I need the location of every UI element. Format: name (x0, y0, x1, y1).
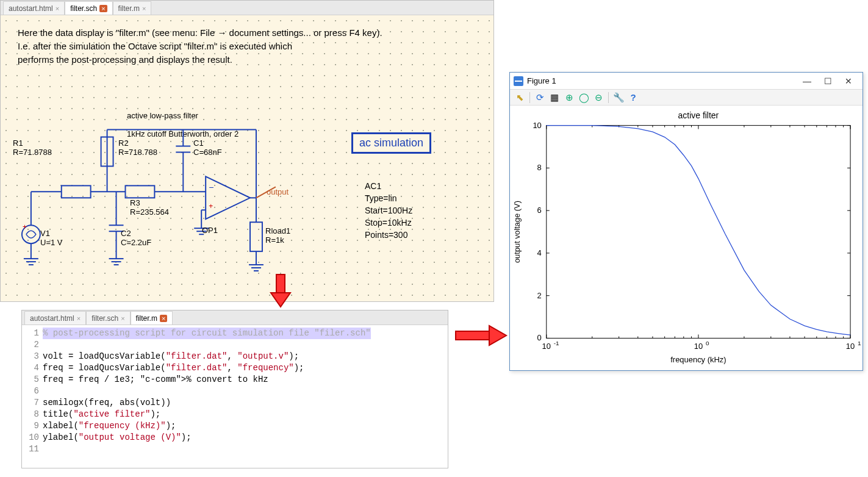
label-C1: C1C=68nF (193, 138, 222, 157)
ac-params: AC1 Type=lin Start=100Hz Stop=10kHz Poin… (365, 180, 412, 241)
tabstrip-bottom: autostart.html×filter.sch×filter.m× (22, 310, 448, 325)
svg-text:10: 10 (694, 342, 703, 351)
svg-text:8: 8 (537, 163, 542, 172)
tab-close-icon[interactable]: × (77, 315, 81, 322)
svg-text:output voltage (V): output voltage (V) (512, 201, 522, 263)
tab-filter-m[interactable]: filter.m× (113, 1, 152, 15)
figure-toolbar: ⬉ ⟳ ▦ ⊕ ◯ ⊖ 🔧 ? (510, 90, 863, 106)
code-line[interactable]: 7semilogx(freq, abs(volt)) (22, 397, 448, 409)
svg-text:+: + (209, 202, 213, 210)
tool-settings-icon[interactable]: 🔧 (612, 91, 625, 104)
label-OP1: OP1 (202, 226, 218, 235)
label-C2: C2C=2.2uF (121, 229, 151, 247)
code-line[interactable]: 1% post-processing script for circuit si… (22, 328, 448, 339)
figure-window: Figure 1 — ☐ ✕ ⬉ ⟳ ▦ ⊕ ◯ ⊖ 🔧 ? 024681010… (509, 72, 863, 371)
svg-text:2: 2 (537, 291, 542, 300)
tool-grid-icon[interactable]: ▦ (548, 91, 561, 104)
code-line[interactable]: 3volt = loadQucsVariable("filter.dat", "… (22, 351, 448, 362)
label-V1: V1U=1 V (40, 229, 63, 247)
figure-title-text: Figure 1 (527, 76, 556, 85)
code-line[interactable]: 11 (22, 443, 448, 455)
label-R1: R1R=71.8788 (13, 138, 52, 157)
figure-app-icon (514, 76, 523, 86)
svg-text:+: + (23, 223, 27, 231)
tab-close-icon[interactable]: × (99, 5, 107, 12)
tab-autostart-html[interactable]: autostart.html× (24, 311, 86, 325)
label-R2: R2R=718.788 (118, 138, 157, 157)
svg-rect-46 (547, 126, 850, 339)
tab-filter-m[interactable]: filter.m× (131, 311, 173, 325)
code-line[interactable]: 2 (22, 339, 448, 351)
label-Rload1: Rload1R=1k (265, 226, 290, 245)
tool-pointer-icon[interactable]: ⬉ (514, 91, 526, 104)
tab-autostart-html[interactable]: autostart.html× (3, 1, 65, 15)
schematic-canvas[interactable]: Here the data display is "filter.m" (see… (1, 15, 493, 301)
code-line[interactable]: 4freq = loadQucsVariable("filter.dat", "… (22, 362, 448, 374)
code-line[interactable]: 10ylabel("output voltage (V)"); (22, 432, 448, 443)
svg-rect-12 (125, 185, 154, 198)
svg-text:10: 10 (846, 342, 855, 351)
close-button[interactable]: ✕ (838, 74, 859, 88)
svg-text:−: − (209, 182, 213, 192)
tool-refresh-icon[interactable]: ⟳ (534, 91, 546, 104)
svg-text:active filter: active filter (678, 110, 719, 120)
svg-text:-1: -1 (554, 340, 559, 346)
ac-simulation-box[interactable]: ac simulation (351, 132, 431, 154)
tool-zoom-out-icon[interactable]: ⊖ (592, 91, 604, 104)
svg-text:10: 10 (542, 342, 551, 351)
tool-help-icon[interactable]: ? (627, 91, 639, 104)
arrow-right-icon (454, 323, 509, 350)
svg-rect-42 (276, 274, 285, 293)
tool-zoom-icon[interactable]: ◯ (578, 91, 590, 104)
maximize-button[interactable]: ☐ (817, 74, 838, 88)
svg-text:0: 0 (706, 340, 709, 346)
svg-text:frequency (kHz): frequency (kHz) (670, 355, 726, 364)
tab-close-icon[interactable]: × (121, 315, 124, 322)
svg-marker-45 (489, 326, 506, 345)
svg-text:1: 1 (858, 340, 861, 346)
svg-text:0: 0 (537, 333, 542, 342)
code-editor-panel: autostart.html×filter.sch×filter.m× 1% p… (21, 310, 448, 468)
code-line[interactable]: 9xlabel("frequency (kHz)"); (22, 420, 448, 432)
code-line[interactable]: 5freq = freq / 1e3; "c-comm">% convert t… (22, 374, 448, 386)
svg-rect-7 (62, 185, 91, 198)
tab-close-icon[interactable]: × (160, 315, 167, 322)
tab-filter-sch[interactable]: filter.sch× (65, 1, 112, 15)
figure-titlebar[interactable]: Figure 1 — ☐ ✕ (510, 73, 863, 90)
tab-filter-sch[interactable]: filter.sch× (86, 311, 130, 325)
label-R3: R3R=235.564 (130, 198, 169, 217)
label-output: output (267, 187, 289, 196)
code-line[interactable]: 6 (22, 386, 448, 397)
svg-marker-43 (271, 293, 290, 307)
schematic-panel: autostart.html×filter.sch×filter.m× Here… (0, 0, 494, 302)
svg-rect-33 (250, 222, 262, 251)
svg-text:10: 10 (533, 121, 541, 130)
svg-rect-44 (456, 331, 489, 340)
tab-close-icon[interactable]: × (56, 5, 59, 12)
svg-text:4: 4 (537, 248, 542, 257)
svg-text:6: 6 (537, 206, 542, 215)
tab-close-icon[interactable]: × (142, 5, 146, 12)
minimize-button[interactable]: — (797, 74, 817, 88)
arrow-down-icon (268, 273, 293, 312)
code-editor[interactable]: 1% post-processing script for circuit si… (22, 325, 448, 457)
schematic-svg: + + − (1, 15, 493, 301)
tabstrip-top: autostart.html×filter.sch×filter.m× (1, 1, 493, 15)
plot-area[interactable]: 024681010-1100101active filterfrequency … (510, 106, 863, 370)
code-line[interactable]: 8title("active filter"); (22, 409, 448, 420)
tool-zoom-in-icon[interactable]: ⊕ (563, 91, 575, 104)
